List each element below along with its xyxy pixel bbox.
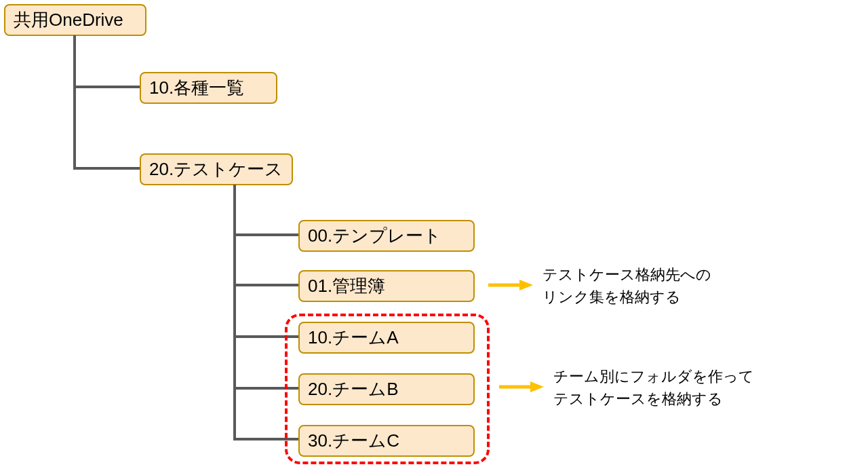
folder-20-01-label: 01.管理簿 bbox=[308, 276, 385, 296]
folder-20: 20.テストケース bbox=[140, 153, 293, 185]
connector bbox=[73, 86, 140, 88]
connector bbox=[233, 233, 298, 236]
svg-marker-1 bbox=[519, 280, 533, 290]
folder-root: 共用OneDrive bbox=[4, 4, 146, 36]
folder-20-00-label: 00.テンプレート bbox=[308, 225, 441, 246]
arrow-icon bbox=[488, 280, 533, 290]
folder-20-label: 20.テストケース bbox=[149, 159, 283, 179]
connector bbox=[73, 167, 140, 170]
svg-marker-3 bbox=[530, 381, 544, 392]
arrow-icon bbox=[499, 381, 544, 392]
connector bbox=[73, 35, 76, 169]
connector bbox=[233, 185, 236, 440]
annotation-management-line1: テストケース格納先への bbox=[542, 266, 711, 283]
folder-20-00: 00.テンプレート bbox=[298, 220, 475, 252]
annotation-teams: チーム別にフォルダを作って テストケースを格納する bbox=[553, 365, 754, 410]
annotation-management-line2: リンク集を格納する bbox=[542, 288, 681, 305]
annotation-management: テストケース格納先への リンク集を格納する bbox=[542, 263, 711, 308]
team-group-box bbox=[285, 314, 490, 464]
folder-10: 10.各種一覧 bbox=[140, 72, 277, 104]
folder-20-01: 01.管理簿 bbox=[298, 270, 475, 302]
annotation-teams-line1: チーム別にフォルダを作って bbox=[553, 368, 754, 385]
folder-10-label: 10.各種一覧 bbox=[149, 77, 244, 98]
annotation-teams-line2: テストケースを格納する bbox=[553, 390, 723, 407]
folder-root-label: 共用OneDrive bbox=[14, 10, 123, 30]
connector bbox=[233, 284, 298, 286]
